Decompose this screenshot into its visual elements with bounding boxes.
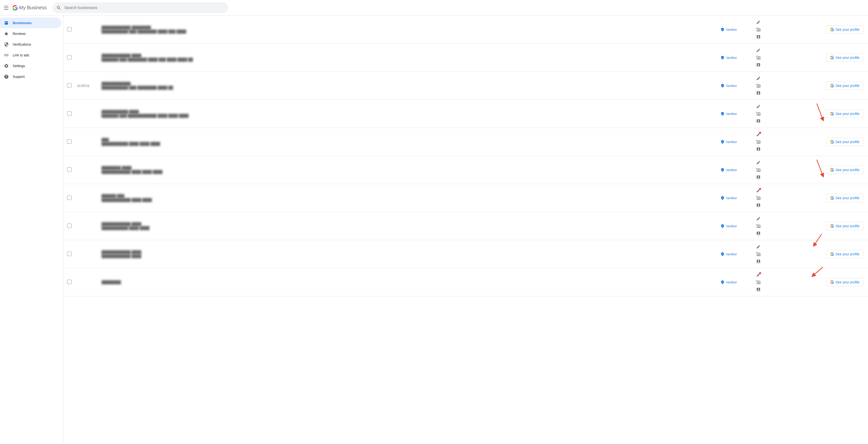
edit-button[interactable] xyxy=(755,131,762,138)
search-bar[interactable] xyxy=(53,2,228,13)
sidebar-item-support[interactable]: Support xyxy=(0,71,61,82)
business-info-cell: ███████████ ████ ███████ ███ ███████████… xyxy=(100,100,719,128)
row-checkbox-cell[interactable] xyxy=(63,156,75,184)
see-profile-button[interactable]: See your profile xyxy=(826,25,864,34)
row-checkbox[interactable] xyxy=(67,83,71,88)
see-profile-button[interactable]: See your profile xyxy=(826,222,864,230)
table-row: ███████████ ████ ███████ ███ ███████████… xyxy=(63,100,868,128)
search-icon xyxy=(56,5,61,10)
edit-button[interactable] xyxy=(755,19,762,26)
row-checkbox[interactable] xyxy=(67,167,71,172)
business-id-cell xyxy=(75,268,100,296)
svg-line-7 xyxy=(813,267,823,276)
add-photo-button[interactable] xyxy=(755,54,762,61)
business-info-cell: ████████████ ████████ ███████████ ███ ██… xyxy=(100,15,719,44)
table-row: ███ ███████████ ████ ████ ████ Verified xyxy=(63,128,868,156)
menu-button[interactable] xyxy=(4,6,8,10)
edit-button[interactable] xyxy=(755,75,762,82)
see-profile-button[interactable]: See your profile xyxy=(826,138,864,146)
actions-cell xyxy=(753,212,824,240)
see-profile-button[interactable]: See your profile xyxy=(826,54,864,62)
row-checkbox[interactable] xyxy=(67,252,71,256)
sidebar-item-businesses[interactable]: Businesses xyxy=(0,18,61,28)
edit-button[interactable] xyxy=(755,103,762,110)
row-checkbox[interactable] xyxy=(67,195,71,200)
post-button[interactable] xyxy=(755,173,762,181)
post-button[interactable] xyxy=(755,118,762,125)
post-button[interactable] xyxy=(755,201,762,209)
verified-icon xyxy=(720,280,724,284)
table-row: ████████████ ████ ████████████ ████ Veri… xyxy=(63,240,868,268)
business-address: ████████████ ████ ████ xyxy=(101,198,717,202)
sidebar-item-reviews[interactable]: Reviews xyxy=(0,28,61,39)
post-button[interactable] xyxy=(755,89,762,97)
row-checkbox-cell[interactable] xyxy=(63,212,75,240)
row-checkbox-cell[interactable] xyxy=(63,184,75,212)
g-icon xyxy=(830,84,834,88)
row-checkbox-cell[interactable] xyxy=(63,268,75,296)
sidebar-label-settings: Settings xyxy=(13,64,25,68)
row-checkbox[interactable] xyxy=(67,224,71,228)
row-checkbox[interactable] xyxy=(67,280,71,284)
add-photo-button[interactable] xyxy=(755,110,762,118)
business-id-cell xyxy=(75,156,100,184)
sidebar-item-verifications[interactable]: Verifications xyxy=(0,39,61,50)
table-row: ████████████ ████ ███████ ███ ████████ █… xyxy=(63,44,868,72)
add-photo-button[interactable] xyxy=(755,166,762,173)
edit-button[interactable] xyxy=(755,243,762,250)
see-profile-button[interactable]: See your profile xyxy=(826,194,864,202)
search-input[interactable] xyxy=(64,6,224,10)
see-profile-label: See your profile xyxy=(836,168,860,172)
edit-button[interactable] xyxy=(755,46,762,54)
business-name: ████████████ xyxy=(101,82,717,86)
row-checkbox-cell[interactable] xyxy=(63,240,75,268)
actions-cell xyxy=(753,156,824,184)
row-checkbox-cell[interactable] xyxy=(63,72,75,100)
see-profile-button[interactable]: See your profile xyxy=(826,250,864,258)
row-checkbox[interactable] xyxy=(67,27,71,31)
add-photo-button[interactable] xyxy=(755,26,762,33)
row-checkbox-cell[interactable] xyxy=(63,44,75,72)
verified-cell: Verified xyxy=(719,44,753,72)
business-name: ████████████ ████ xyxy=(101,250,717,254)
row-checkbox-cell[interactable] xyxy=(63,100,75,128)
add-photo-button[interactable] xyxy=(755,222,762,230)
row-checkbox[interactable] xyxy=(67,139,71,144)
sidebar-item-link-to-ads[interactable]: Link to ads xyxy=(0,50,61,61)
add-photo-button[interactable] xyxy=(755,138,762,146)
g-icon xyxy=(830,140,834,144)
add-photo-button[interactable] xyxy=(755,250,762,258)
see-profile-cell: See your profile xyxy=(824,128,868,156)
post-button[interactable] xyxy=(755,61,762,69)
row-checkbox-cell[interactable] xyxy=(63,128,75,156)
see-profile-button[interactable]: See your profile xyxy=(826,82,864,90)
edit-button[interactable] xyxy=(755,187,762,194)
see-profile-button[interactable]: See your profile xyxy=(826,166,864,174)
sidebar-label-link-to-ads: Link to ads xyxy=(13,53,29,57)
add-photo-button[interactable] xyxy=(755,279,762,286)
see-profile-button[interactable]: See your profile xyxy=(826,109,864,118)
add-photo-button[interactable] xyxy=(755,194,762,201)
edit-button[interactable] xyxy=(755,215,762,222)
add-photo-button[interactable] xyxy=(755,82,762,89)
sidebar-item-settings[interactable]: Settings xyxy=(0,61,61,71)
row-checkbox[interactable] xyxy=(67,55,71,60)
table-row: ████████ Verified xyxy=(63,268,868,296)
row-checkbox[interactable] xyxy=(67,111,71,116)
post-button[interactable] xyxy=(755,146,762,153)
notification-dot xyxy=(759,132,761,134)
edit-button[interactable] xyxy=(755,271,762,279)
row-checkbox-cell[interactable] xyxy=(63,15,75,44)
business-id-cell xyxy=(75,100,100,128)
business-address: ███████████ ████ ████ ████ xyxy=(101,142,717,146)
verified-cell: Verified xyxy=(719,72,753,100)
see-profile-button[interactable]: See your profile xyxy=(826,278,864,286)
business-address: ███████████ ████ ████ xyxy=(101,226,717,230)
table-row: 2178721 ████████████ ███████████ ███ ███… xyxy=(63,72,868,100)
post-button[interactable] xyxy=(755,33,762,40)
post-button[interactable] xyxy=(755,230,762,237)
edit-button[interactable] xyxy=(755,159,762,166)
verified-label: Verified xyxy=(726,196,737,200)
post-button[interactable] xyxy=(755,258,762,265)
post-button[interactable] xyxy=(755,286,762,293)
